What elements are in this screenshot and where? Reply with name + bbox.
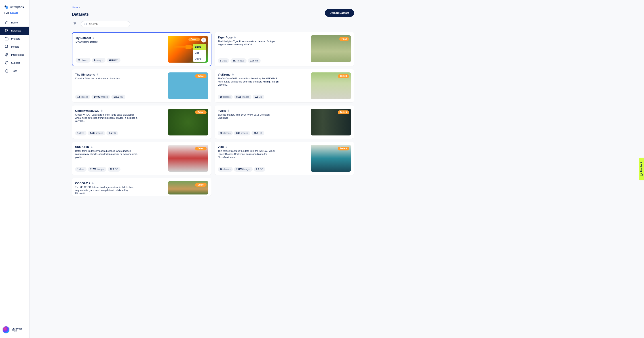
chip-size: 31.3 GB	[252, 131, 264, 136]
task-badge: Detect	[338, 74, 349, 78]
logo[interactable]: ultralytics	[0, 0, 29, 12]
more-vertical-icon	[202, 39, 205, 41]
user-plan: FREE	[12, 330, 22, 332]
dataset-card[interactable]: GlobalWheat2020Global WHEAT Dataset is t…	[72, 106, 212, 138]
popup-share[interactable]: Share	[193, 44, 206, 50]
lock-icon	[234, 35, 236, 39]
card-thumb: Detect	[311, 145, 351, 172]
nav-trash[interactable]: Trash	[0, 67, 29, 75]
main-content: Home > Datasets Upload Dataset My Datase…	[30, 0, 368, 338]
card-title: xView	[218, 109, 226, 112]
card-popup-menu: ShareEditDelete	[193, 44, 206, 62]
card-title-row: The Simpsons	[75, 72, 165, 76]
card-desc: The VisDrone2021 dataset is collected by…	[218, 77, 280, 86]
svg-point-7	[8, 48, 8, 48]
lock-icon	[96, 72, 98, 76]
task-badge: Detect	[195, 183, 206, 187]
toolbar	[72, 21, 354, 27]
card-thumb: Detect	[168, 72, 208, 99]
chip-classes: 1 class	[75, 167, 86, 172]
chip-classes: 80 classes	[76, 58, 90, 62]
logo-text: ultralytics	[10, 5, 24, 9]
nav-label: Projects	[11, 37, 20, 40]
card-title: Tiger Pose	[218, 36, 232, 39]
svg-point-1	[6, 6, 8, 9]
lock-icon	[227, 109, 230, 113]
nav-integrations[interactable]: Integrations	[0, 51, 29, 59]
trash-icon	[5, 69, 8, 73]
card-desc: The MS COCO dataset is a large-scale obj…	[75, 186, 138, 195]
lock-icon	[100, 109, 103, 113]
card-menu-button[interactable]	[201, 38, 206, 42]
dataset-card[interactable]: xViewSatellite imagery from DIUx xView 2…	[214, 106, 354, 138]
feedback-tab[interactable]: Feedback	[639, 158, 644, 180]
beta-pill: BETA	[10, 12, 18, 14]
chip-classes: 20 classes	[218, 167, 233, 172]
chip-size: 2.8 GB	[254, 167, 265, 172]
card-desc: Contains 18 of the most famous character…	[75, 77, 138, 80]
card-desc: Satellite imagery from DIUx xView 2018 D…	[218, 113, 280, 119]
lock-icon	[90, 145, 93, 149]
card-desc: Retail items in densely packed scenes, w…	[75, 149, 138, 159]
svg-point-14	[204, 39, 204, 40]
nav-support[interactable]: Support	[0, 59, 29, 67]
filter-button[interactable]	[72, 21, 78, 27]
dataset-card[interactable]: COCO2017The MS COCO dataset is a large-s…	[72, 178, 212, 196]
dataset-card[interactable]: VisDroneThe VisDrone2021 dataset is coll…	[214, 69, 354, 102]
nav-datasets[interactable]: Datasets	[0, 26, 29, 35]
task-badge: Pose	[339, 37, 349, 41]
card-thumb: Pose	[311, 35, 351, 62]
card-body: The SimpsonsContains 18 of the most famo…	[75, 72, 165, 99]
upload-dataset-button[interactable]: Upload Dataset	[325, 9, 354, 17]
dataset-grid: My DatasetMy Awesome Dataset80 classes6 …	[72, 32, 354, 196]
avatar	[2, 326, 10, 334]
card-thumb: Detect	[168, 109, 208, 136]
search-icon	[84, 22, 88, 26]
nav-label: Datasets	[11, 29, 21, 32]
breadcrumb-home[interactable]: Home	[72, 6, 78, 9]
popup-delete[interactable]: Delete	[193, 56, 206, 62]
nav-label: Support	[11, 62, 20, 64]
card-title-row: Tiger Pose	[218, 35, 308, 39]
chip-size: 12.6 GB	[108, 167, 120, 172]
search-input[interactable]	[89, 22, 127, 26]
dataset-card[interactable]: The SimpsonsContains 18 of the most famo…	[72, 69, 212, 102]
svg-point-16	[204, 41, 204, 41]
lock-icon	[232, 72, 234, 76]
card-title-row: My Dataset	[76, 36, 164, 40]
task-badge: Detect	[195, 74, 206, 78]
dataset-card[interactable]: My DatasetMy Awesome Dataset80 classes6 …	[72, 32, 212, 66]
popup-edit[interactable]: Edit	[193, 50, 206, 56]
chip-size: 176.3 MB	[111, 94, 126, 99]
arrow-annotation-icon	[174, 45, 194, 50]
nav-home[interactable]: Home	[0, 18, 29, 26]
svg-point-19	[640, 174, 643, 176]
svg-point-12	[85, 23, 87, 25]
card-body: xViewSatellite imagery from DIUx xView 2…	[218, 109, 308, 136]
feedback-icon	[640, 173, 643, 176]
image-icon	[5, 29, 8, 32]
card-thumb: Detect	[311, 109, 351, 136]
dataset-card[interactable]: Tiger PoseThe Ultralytics Tiger Pose dat…	[214, 32, 354, 66]
card-title: VOC	[218, 145, 224, 149]
nav-models[interactable]: Models	[0, 43, 29, 51]
card-title-row: xView	[218, 109, 308, 113]
card-desc: This dataset contains the data from the …	[218, 149, 280, 159]
chip-size: 2.3 GB	[253, 94, 264, 99]
task-badge: Detect	[338, 110, 349, 114]
dataset-card[interactable]: VOCThis dataset contains the data from t…	[214, 142, 354, 175]
sidebar-user[interactable]: Ultralytics FREE	[0, 323, 29, 338]
breadcrumb: Home >	[72, 6, 354, 9]
card-body: VisDroneThe VisDrone2021 dataset is coll…	[218, 72, 308, 99]
dataset-card[interactable]: SKU-110KRetail items in densely packed s…	[72, 142, 212, 175]
filter-icon	[73, 22, 77, 26]
nav-projects[interactable]: Projects	[0, 35, 29, 43]
sidebar: ultralytics HUB BETA Home Datasets Proje…	[0, 0, 30, 338]
nav-label: Integrations	[11, 54, 24, 56]
svg-point-4	[6, 46, 6, 46]
chip-images: 5445 images	[88, 131, 105, 136]
nav-label: Home	[11, 21, 18, 24]
card-chips: 10 classes8625 images2.3 GB	[218, 94, 308, 99]
card-title: SKU-110K	[75, 145, 89, 149]
chip-images: 8625 images	[234, 94, 251, 99]
